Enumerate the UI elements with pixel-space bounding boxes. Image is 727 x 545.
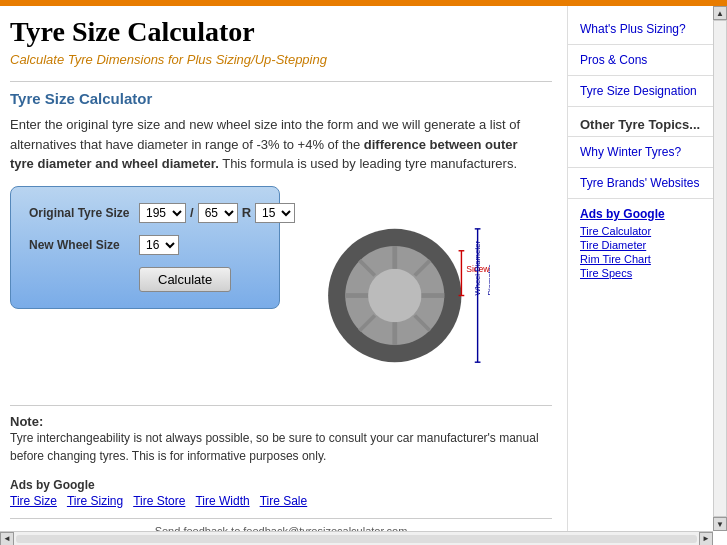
original-fields: 195155165175185 205215225235245 / 653540…: [139, 203, 295, 223]
new-rim-select[interactable]: 16131415 17181920: [139, 235, 179, 255]
sidebar-ads-diameter[interactable]: Tire Diameter: [580, 239, 715, 251]
sidebar-ads-rim-chart[interactable]: Rim Tire Chart: [580, 253, 715, 265]
scroll-up-btn[interactable]: ▲: [713, 6, 727, 20]
description: Enter the original tyre size and new whe…: [10, 115, 540, 174]
new-wheel-label: New Wheel Size: [29, 238, 139, 252]
divider: [10, 81, 552, 82]
note-section: Note: Tyre interchangeability is not alw…: [10, 414, 552, 465]
ads-tire-size[interactable]: Tire Size: [10, 494, 57, 508]
ads-tire-sale[interactable]: Tire Sale: [260, 494, 308, 508]
sidebar-winter-tyres[interactable]: Why Winter Tyres?: [568, 137, 727, 168]
tyre-diagram: Sidewall Wheel Diameter Diameter: [290, 186, 490, 389]
scroll-left-btn[interactable]: ◄: [0, 532, 14, 546]
ads-links: Tire Size Tire Sizing Tire Store Tire Wi…: [10, 494, 552, 508]
calculator-area: Original Tyre Size 195155165175185 20521…: [10, 186, 552, 389]
page-title: Tyre Size Calculator: [10, 16, 552, 48]
vertical-scrollbar: ▲ ▼: [713, 6, 727, 531]
other-topics-title: Other Tyre Topics...: [568, 107, 727, 137]
note-text: Tyre interchangeability is not always po…: [10, 431, 539, 463]
sidebar-ads-specs[interactable]: Tire Specs: [580, 267, 715, 279]
calculate-button[interactable]: Calculate: [139, 267, 231, 292]
sidebar-pros-cons[interactable]: Pros & Cons: [568, 45, 727, 76]
ads-section: Ads by Google Tire Size Tire Sizing Tire…: [10, 477, 552, 508]
scroll-right-btn[interactable]: ►: [699, 532, 713, 546]
horizontal-scrollbar: ◄ ►: [0, 531, 713, 545]
sidebar-plus-sizing[interactable]: What's Plus Sizing?: [568, 14, 727, 45]
sidebar-ads: Ads by Google Tire Calculator Tire Diame…: [568, 199, 727, 289]
page-subtitle: Calculate Tyre Dimensions for Plus Sizin…: [10, 52, 552, 67]
note-label: Note:: [10, 414, 43, 429]
form-panel: Original Tyre Size 195155165175185 20521…: [10, 186, 280, 309]
section-title: Tyre Size Calculator: [10, 90, 552, 107]
sidebar-brands[interactable]: Tyre Brands' Websites: [568, 168, 727, 199]
sidebar-ads-calculator[interactable]: Tire Calculator: [580, 225, 715, 237]
h-scroll-track: [16, 535, 697, 543]
sidebar-designation[interactable]: Tyre Size Designation: [568, 76, 727, 107]
tyre-svg: Sidewall Wheel Diameter Diameter: [290, 186, 490, 386]
divider2: [10, 405, 552, 406]
sidebar-ads-title: Ads by Google: [580, 207, 715, 221]
sidebar: What's Plus Sizing? Pros & Cons Tyre Siz…: [567, 6, 727, 545]
calc-btn-row: Calculate: [29, 267, 261, 292]
scroll-down-btn[interactable]: ▼: [713, 517, 727, 531]
scroll-track: [713, 20, 727, 517]
aspect-select[interactable]: 6535404550 5560707580: [198, 203, 238, 223]
sep2: R: [242, 205, 251, 220]
ads-tire-sizing[interactable]: Tire Sizing: [67, 494, 123, 508]
width-select[interactable]: 195155165175185 205215225235245: [139, 203, 186, 223]
ads-tire-width[interactable]: Tire Width: [195, 494, 249, 508]
original-label: Original Tyre Size: [29, 206, 139, 220]
ads-tire-store[interactable]: Tire Store: [133, 494, 185, 508]
svg-point-2: [368, 268, 421, 321]
original-tyre-row: Original Tyre Size 195155165175185 20521…: [29, 203, 261, 223]
svg-text:Wheel Diameter: Wheel Diameter: [473, 240, 482, 295]
ads-label: Ads by Google: [10, 478, 95, 492]
sep1: /: [190, 205, 194, 220]
svg-text:Diameter: Diameter: [486, 264, 490, 295]
new-wheel-row: New Wheel Size 16131415 17181920: [29, 235, 261, 255]
new-wheel-fields: 16131415 17181920: [139, 235, 179, 255]
